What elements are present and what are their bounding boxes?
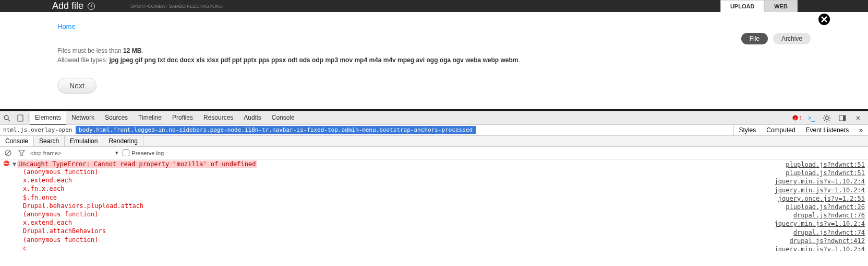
stack-frame[interactable]: Drupal.attachBehaviors — [23, 227, 865, 235]
breadcrumb-active: body.html.front.logged-in.no-sidebars.pa… — [76, 126, 476, 134]
tab-timeline[interactable]: Timeline — [133, 111, 167, 125]
breadcrumb-area[interactable]: xmlns:rdfs="http://www.w3.org/2000/01/rd… — [0, 125, 733, 135]
source-link[interactable]: jquery.min.js?v=1.10.2:4 — [775, 177, 865, 186]
upload-overlay: Home File Archive Files must be less tha… — [42, 12, 826, 109]
clear-console-icon[interactable] — [3, 147, 13, 159]
add-file-label[interactable]: Add file + — [52, 1, 95, 11]
limit-value: 12 MB — [123, 47, 141, 54]
pill-archive[interactable]: Archive — [773, 33, 811, 44]
source-link[interactable]: jquery.min.js?v=1.10.2:4 — [775, 245, 865, 251]
source-link[interactable]: plupload.js?ndwnct:51 — [775, 169, 865, 177]
side-tab-listeners[interactable]: Event Listeners — [801, 125, 854, 135]
close-devtools-icon[interactable]: ✕ — [851, 112, 865, 124]
types-prefix: Allowed file types: — [57, 56, 109, 64]
svg-point-2 — [4, 115, 8, 120]
settings-icon[interactable] — [820, 112, 834, 124]
source-link[interactable]: jquery.min.js?v=1.10.2:4 — [775, 219, 865, 228]
preserve-checkbox[interactable] — [123, 149, 129, 156]
stack-frame[interactable]: x.extend.each — [23, 218, 865, 227]
breadcrumb-prefix: html.js.overlay-open — [3, 126, 72, 133]
home-link[interactable]: Home — [57, 22, 76, 30]
svg-line-15 — [829, 115, 830, 117]
tab-upload[interactable]: UPLOAD — [720, 0, 764, 13]
tab-audits[interactable]: Audits — [238, 111, 266, 125]
sub-tab-emulation[interactable]: Emulation — [65, 136, 103, 146]
app-header: Add file + SPORT-COMBAT SAMBO FEDERASYON… — [0, 0, 868, 12]
xmlns-snippet: xmlns:rdfs="http://www.w3.org/2000/01/rd… — [3, 125, 663, 125]
source-link[interactable]: plupload.js?ndwnct:51 — [775, 160, 865, 169]
tab-resources[interactable]: Resources — [198, 111, 238, 125]
svg-marker-20 — [19, 151, 25, 156]
close-icon — [821, 16, 828, 23]
drawer-tabs: Console Search Emulation Rendering — [0, 136, 868, 147]
sub-tab-search[interactable]: Search — [34, 136, 65, 146]
svg-rect-4 — [18, 115, 23, 121]
svg-text:x: x — [794, 116, 796, 121]
tab-profiles[interactable]: Profiles — [167, 111, 198, 125]
svg-line-14 — [824, 120, 825, 121]
device-icon[interactable] — [14, 112, 27, 124]
tab-console[interactable]: Console — [267, 111, 300, 125]
side-tab-styles[interactable]: Styles — [734, 125, 762, 135]
frame-selector[interactable]: <top frame> ▾ — [30, 149, 118, 156]
error-icon: ⛔ — [3, 160, 9, 168]
preserve-log[interactable]: Preserve log — [123, 149, 164, 156]
preserve-label: Preserve log — [131, 150, 164, 156]
svg-line-19 — [6, 151, 10, 155]
stack-frame[interactable]: (anonymous function) — [23, 168, 865, 176]
chevron-down-icon: ▾ — [115, 149, 118, 156]
tab-network[interactable]: Network — [66, 111, 100, 125]
source-link[interactable]: drupal.js?ndwnct:412 — [775, 237, 865, 245]
sub-tab-console[interactable]: Console — [0, 136, 34, 146]
source-link[interactable]: plupload.js?ndwnct:26 — [775, 203, 865, 211]
stack-frame[interactable]: x.extend.each — [23, 176, 865, 184]
inspect-icon[interactable] — [0, 112, 14, 124]
console-output: ⛔ ▼ Uncaught TypeError: Cannot read prop… — [0, 159, 868, 251]
stack-frame[interactable]: c — [23, 244, 865, 251]
tab-sources[interactable]: Sources — [100, 111, 133, 125]
stack-trace: (anonymous function) x.extend.each x.fn.… — [23, 168, 865, 251]
toolbar-separator — [28, 114, 29, 122]
expand-icon[interactable]: ▼ — [13, 160, 16, 168]
error-count-badge[interactable]: x 1 — [792, 115, 802, 121]
console-error-row[interactable]: ⛔ ▼ Uncaught TypeError: Cannot read prop… — [3, 160, 865, 168]
devtools-panel: Elements Network Sources Timeline Profil… — [0, 111, 868, 251]
pill-file[interactable]: File — [741, 33, 768, 44]
side-tab-computed[interactable]: Computed — [761, 125, 800, 135]
svg-line-12 — [824, 115, 825, 117]
next-button[interactable]: Next — [57, 78, 97, 94]
svg-rect-17 — [843, 115, 846, 121]
source-link[interactable]: jquery.once.js?v=1.2:55 — [775, 194, 865, 203]
drawer-toggle-icon[interactable]: >_ — [804, 112, 818, 124]
error-icon: x — [792, 115, 798, 121]
tab-web[interactable]: WEB — [764, 0, 798, 13]
svg-line-3 — [8, 119, 10, 121]
side-panel-tabs: Styles Computed Event Listeners » — [733, 125, 868, 135]
side-tab-more[interactable]: » — [854, 125, 868, 135]
sub-tab-rendering[interactable]: Rendering — [103, 136, 143, 146]
svg-point-7 — [825, 117, 828, 120]
dock-icon[interactable] — [836, 112, 849, 124]
limit-prefix: Files must be less than — [57, 47, 123, 54]
filter-icon[interactable] — [17, 147, 26, 159]
stack-frame[interactable]: Drupal.behaviors.plupload.attach — [23, 202, 865, 210]
source-link[interactable]: drupal.js?ndwnct:76 — [775, 211, 865, 219]
stack-frame[interactable]: (anonymous function) — [23, 236, 865, 244]
logo-subtitle: SPORT-COMBAT SAMBO FEDERASYONU — [130, 4, 223, 9]
plus-icon: + — [88, 3, 95, 10]
source-link[interactable]: jquery.min.js?v=1.10.2:4 — [775, 186, 865, 194]
tab-elements[interactable]: Elements — [30, 111, 66, 125]
stack-frame[interactable]: $.fn.once — [23, 193, 865, 202]
toolbar-right: x 1 >_ ✕ — [792, 112, 868, 124]
console-toolbar: <top frame> ▾ Preserve log — [0, 147, 868, 159]
error-count: 1 — [799, 115, 802, 121]
devtools-toolbar: Elements Network Sources Timeline Profil… — [0, 111, 868, 125]
stack-frame[interactable]: x.fn.x.each — [23, 184, 865, 193]
stack-frame[interactable]: (anonymous function) — [23, 210, 865, 218]
mode-pills: File Archive — [741, 33, 811, 44]
types-suffix: . — [519, 56, 520, 64]
source-link[interactable]: drupal.js?ndwnct:74 — [775, 228, 865, 237]
devtools-tabs: Elements Network Sources Timeline Profil… — [30, 111, 300, 125]
close-button[interactable] — [817, 12, 831, 27]
add-file-text: Add file — [52, 1, 83, 11]
